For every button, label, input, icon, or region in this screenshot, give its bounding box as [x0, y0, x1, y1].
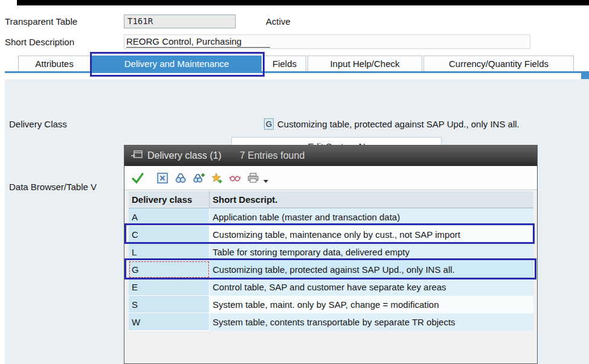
data-browser-label: Data Browser/Table V	[9, 182, 97, 192]
print-icon[interactable]	[245, 170, 261, 186]
short-description-input[interactable]: REORG Control, Purchasing	[124, 34, 530, 49]
delivery-class-value-help-dialog: Delivery class (1) 7 Entries found	[124, 145, 538, 364]
dialog-title: Delivery class (1)	[147, 150, 222, 161]
cell-delivery-class: E	[129, 278, 210, 296]
tab-strip-corner	[581, 71, 589, 79]
print-options-icon[interactable]	[263, 180, 268, 183]
tab-fields[interactable]: Fields	[263, 56, 306, 71]
transparent-table-input[interactable]: T161R	[124, 14, 236, 28]
dialog-titlebar[interactable]: Delivery class (1) 7 Entries found	[124, 145, 537, 166]
personal-value-list-icon[interactable]	[227, 170, 243, 186]
tab-input-help-check[interactable]: Input Help/Check	[307, 56, 422, 71]
cell-delivery-class: C	[129, 226, 210, 243]
transparent-table-label: Transparent Table	[5, 16, 77, 27]
delivery-class-label: Delivery Class	[9, 119, 67, 129]
cell-delivery-class: A	[129, 208, 210, 226]
short-description-label: Short Description	[5, 37, 74, 47]
short-description-value: REORG Control, Purchasing	[126, 36, 270, 48]
cell-delivery-class: L	[129, 243, 210, 261]
find-icon[interactable]	[172, 170, 188, 186]
table-row[interactable]: S System table, maint. only by SAP, chan…	[129, 296, 533, 313]
status-text: Active	[266, 16, 291, 27]
cell-delivery-class: G	[129, 261, 210, 278]
add-to-personal-list-icon[interactable]	[208, 170, 225, 186]
table-row-selected[interactable]: G Customizing table, protected against S…	[129, 261, 533, 278]
delivery-class-description: Customizing table, protected against SAP…	[277, 119, 520, 129]
cell-description: Table for storing temporary data, delive…	[210, 243, 533, 261]
cell-description: System table, contents transportable by …	[210, 313, 533, 331]
cell-delivery-class: W	[129, 313, 210, 331]
cancel-icon[interactable]	[154, 170, 170, 186]
column-header-delivery-class: Delivery class	[129, 191, 210, 208]
cell-description: Application table (master and transactio…	[210, 208, 533, 226]
tab-attributes[interactable]: Attributes	[18, 56, 91, 71]
dialog-toolbar	[124, 166, 537, 190]
window-border	[17, 0, 589, 5]
tab-delivery-and-maintenance[interactable]: Delivery and Maintenance	[92, 56, 262, 71]
tab-strip: Attributes Delivery and Maintenance Fiel…	[18, 56, 574, 71]
cell-description: Customizing table, maintenance only by c…	[210, 226, 533, 243]
table-row[interactable]: L Table for storing temporary data, deli…	[129, 243, 533, 261]
tab-currency-quantity-fields[interactable]: Currency/Quantity Fields	[423, 56, 574, 71]
entries-found-text: 7 Entries found	[240, 150, 305, 161]
find-next-icon[interactable]	[190, 170, 207, 186]
tab-underline	[5, 71, 584, 73]
value-help-table: Delivery class Short Descript. A Applica…	[129, 191, 533, 331]
delivery-class-input[interactable]: G	[264, 118, 274, 130]
table-header-row: Delivery class Short Descript.	[129, 191, 533, 208]
cell-description: Customizing table, protected against SAP…	[210, 261, 533, 278]
cell-delivery-class: S	[129, 296, 210, 313]
dialog-icon	[130, 150, 143, 161]
table-row[interactable]: A Application table (master and transact…	[129, 208, 533, 226]
column-header-short-descript: Short Descript.	[210, 191, 533, 208]
table-row[interactable]: C Customizing table, maintenance only by…	[129, 226, 533, 243]
table-row[interactable]: W System table, contents transportable b…	[129, 313, 533, 331]
continue-check-icon[interactable]	[129, 170, 146, 186]
sap-se11-screen: Transparent Table T161R Active Short Des…	[0, 0, 589, 364]
cell-description: System table, maint. only by SAP, change…	[210, 296, 533, 313]
table-row[interactable]: E Control table, SAP and customer have s…	[129, 278, 533, 296]
cell-description: Control table, SAP and customer have sep…	[210, 278, 533, 296]
